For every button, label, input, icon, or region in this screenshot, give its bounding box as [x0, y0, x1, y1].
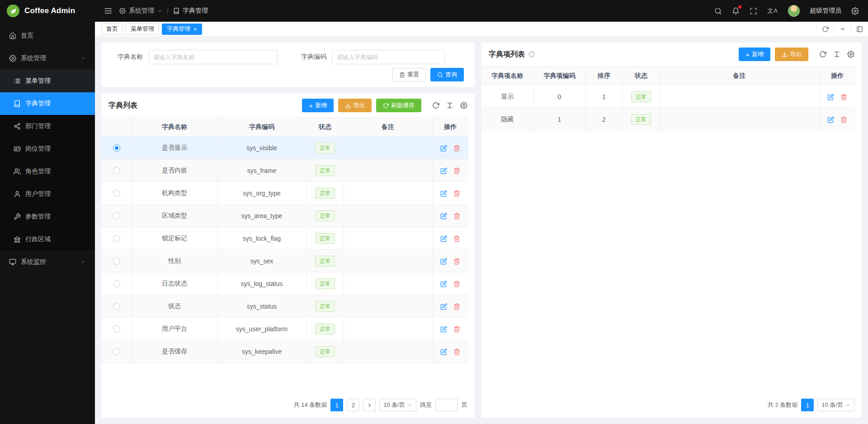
query-button[interactable]: 查询 — [430, 68, 464, 81]
notification-bell-icon[interactable] — [732, 7, 740, 15]
edit-button[interactable] — [440, 326, 447, 333]
radio-button[interactable] — [113, 303, 120, 310]
edit-button[interactable] — [440, 167, 447, 174]
delete-button[interactable] — [840, 94, 847, 100]
export-dict-button[interactable]: 导出 — [338, 99, 372, 112]
table-row[interactable]: 隐藏 1 2 正常 — [481, 108, 855, 131]
delete-button[interactable] — [840, 116, 847, 123]
cell-dict-name: 日志状态 — [132, 272, 217, 295]
tab-actions-chevron-down-icon[interactable] — [834, 22, 851, 36]
fullscreen-icon[interactable] — [750, 7, 757, 15]
edit-button[interactable] — [440, 258, 447, 265]
delete-button[interactable] — [453, 348, 460, 355]
delete-button[interactable] — [453, 167, 460, 174]
page-button-2[interactable]: 2 — [347, 399, 359, 411]
page-button-1[interactable]: 1 — [330, 399, 343, 411]
edit-button[interactable] — [827, 116, 834, 123]
page-button-1[interactable]: 1 — [801, 399, 814, 411]
edit-button[interactable] — [440, 235, 447, 242]
delete-button[interactable] — [453, 235, 460, 242]
sidebar-item-menu-management[interactable]: 菜单管理 — [0, 70, 95, 92]
sidebar-item-system-management[interactable]: 系统管理 — [0, 47, 95, 70]
table-row[interactable]: 区域类型 sys_area_type 正常 — [101, 205, 468, 227]
content-fullscreen-icon[interactable] — [851, 22, 868, 36]
refresh-cache-button[interactable]: 刷新缓存 — [376, 99, 421, 112]
refresh-page-icon[interactable] — [816, 22, 834, 36]
search-icon[interactable] — [714, 7, 722, 15]
table-row[interactable]: 是否显示 sys_visible 正常 — [101, 137, 468, 159]
edit-button[interactable] — [440, 213, 447, 219]
info-icon[interactable] — [528, 51, 535, 57]
sidebar-item-home[interactable]: 首页 — [0, 24, 95, 47]
radio-button[interactable] — [113, 348, 120, 355]
add-dict-button[interactable]: + 新增 — [302, 99, 334, 112]
edit-button[interactable] — [440, 145, 447, 152]
delete-button[interactable] — [453, 303, 460, 310]
table-row[interactable]: 显示 0 1 正常 — [481, 86, 855, 108]
dict-name-input[interactable] — [148, 50, 278, 64]
radio-button[interactable] — [113, 257, 120, 265]
sidebar-item-dict-management[interactable]: 字典管理 — [0, 92, 95, 115]
jump-page-input[interactable] — [435, 399, 458, 411]
column-settings-gear-icon[interactable] — [847, 51, 854, 58]
radio-button[interactable] — [113, 144, 120, 152]
collapse-sidebar-icon[interactable] — [104, 7, 112, 15]
add-dict-item-button[interactable]: + 新增 — [739, 48, 770, 61]
breadcrumb-item-system[interactable]: 系统管理 — [119, 7, 162, 15]
page-size-select[interactable]: 10 条/页 — [379, 399, 416, 411]
table-row[interactable]: 日志状态 sys_log_status 正常 — [101, 272, 468, 295]
logo[interactable]: Coffee Admin — [0, 0, 95, 22]
delete-button[interactable] — [453, 213, 460, 219]
table-row[interactable]: 状态 sys_status 正常 — [101, 295, 468, 318]
close-icon[interactable]: × — [193, 26, 197, 32]
delete-button[interactable] — [453, 190, 460, 197]
table-row[interactable]: 机构类型 sys_org_type 正常 — [101, 182, 468, 205]
column-settings-gear-icon[interactable] — [460, 102, 467, 109]
breadcrumb-item-dict[interactable]: 字典管理 — [173, 7, 208, 15]
reset-button[interactable]: 重置 — [392, 68, 426, 81]
radio-button[interactable] — [113, 212, 120, 219]
tab-home[interactable]: 首页 — [101, 24, 123, 35]
export-dict-item-button[interactable]: 导出 — [775, 48, 808, 61]
page-size-select[interactable]: 10 条/页 — [817, 399, 854, 411]
radio-button[interactable] — [113, 167, 120, 174]
username[interactable]: 超级管理员 — [810, 7, 841, 15]
radio-button[interactable] — [113, 235, 120, 242]
edit-button[interactable] — [440, 190, 447, 197]
radio-button[interactable] — [113, 190, 120, 197]
edit-button[interactable] — [440, 348, 447, 355]
edit-button[interactable] — [440, 281, 447, 287]
sidebar-item-user-management[interactable]: 用户管理 — [0, 183, 95, 205]
density-icon[interactable] — [446, 102, 453, 109]
sidebar-item-dept-management[interactable]: 部门管理 — [0, 115, 95, 138]
delete-button[interactable] — [453, 145, 460, 152]
tab-dict-management[interactable]: 字典管理 × — [162, 24, 202, 35]
settings-gear-icon[interactable] — [851, 7, 859, 15]
sidebar-item-post-management[interactable]: 岗位管理 — [0, 138, 95, 160]
sidebar-item-system-monitor[interactable]: 系统监控 — [0, 251, 95, 273]
table-row[interactable]: 锁定标记 sys_lock_flag 正常 — [101, 227, 468, 250]
avatar[interactable] — [788, 5, 800, 17]
radio-button[interactable] — [113, 280, 120, 287]
refresh-table-icon[interactable] — [819, 51, 826, 58]
table-row[interactable]: 是否缓存 sys_keepalive 正常 — [101, 340, 468, 363]
radio-button[interactable] — [113, 325, 120, 333]
delete-button[interactable] — [453, 281, 460, 287]
table-row[interactable]: 用户平台 sys_user_platform 正常 — [101, 318, 468, 340]
next-page-button[interactable] — [363, 399, 376, 411]
sidebar-item-param-management[interactable]: 参数管理 — [0, 205, 95, 228]
delete-button[interactable] — [453, 326, 460, 333]
sidebar-item-role-management[interactable]: 角色管理 — [0, 160, 95, 183]
user-icon — [14, 191, 21, 198]
table-row[interactable]: 性别 sys_sex 正常 — [101, 250, 468, 272]
sidebar-item-region-management[interactable]: 行政区域 — [0, 228, 95, 251]
edit-button[interactable] — [827, 94, 834, 100]
density-icon[interactable] — [833, 51, 840, 58]
edit-button[interactable] — [440, 303, 447, 310]
tab-menu-management[interactable]: 菜单管理 — [126, 24, 159, 35]
dict-code-input[interactable] — [332, 50, 445, 64]
refresh-table-icon[interactable] — [432, 102, 439, 109]
delete-button[interactable] — [453, 258, 460, 265]
table-row[interactable]: 是否内嵌 sys_frame 正常 — [101, 159, 468, 182]
translate-icon[interactable]: 文A — [767, 7, 778, 15]
